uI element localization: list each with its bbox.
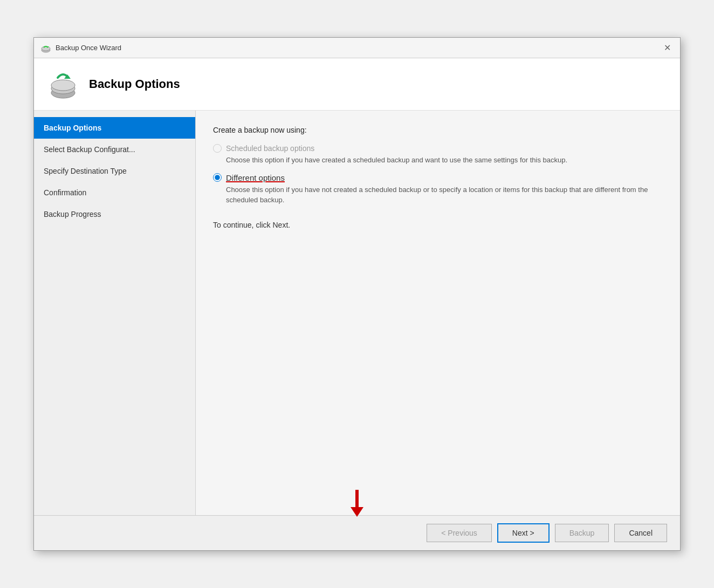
- arrow-head: [351, 507, 363, 517]
- radio-group: Scheduled backup options Choose this opt…: [213, 144, 663, 206]
- sidebar-item-confirmation[interactable]: Confirmation: [34, 182, 195, 203]
- svg-point-1: [42, 46, 50, 51]
- sidebar-item-backup-progress[interactable]: Backup Progress: [34, 203, 195, 225]
- next-button[interactable]: Next >: [497, 523, 550, 543]
- header-icon: [47, 68, 79, 100]
- header-area: Backup Options: [34, 58, 680, 111]
- sidebar-item-backup-options[interactable]: Backup Options: [34, 117, 195, 139]
- title-bar: Backup Once Wizard ✕: [34, 38, 680, 58]
- svg-point-5: [51, 80, 75, 91]
- close-button[interactable]: ✕: [661, 42, 674, 54]
- previous-button[interactable]: < Previous: [427, 524, 492, 542]
- content-area: Backup Options Select Backup Configurat.…: [34, 111, 680, 515]
- continue-text: To continue, click Next.: [213, 221, 663, 229]
- window-icon: [40, 43, 51, 53]
- main-panel: Create a backup now using: Scheduled bac…: [196, 111, 680, 515]
- sidebar: Backup Options Select Backup Configurat.…: [34, 111, 196, 515]
- arrow-shaft: [355, 490, 359, 507]
- section-label: Create a backup now using:: [213, 126, 663, 134]
- sidebar-item-select-backup[interactable]: Select Backup Configurat...: [34, 139, 195, 160]
- backup-button[interactable]: Backup: [555, 524, 609, 542]
- radio-option-different: Different options Choose this option if …: [213, 173, 663, 206]
- title-bar-left: Backup Once Wizard: [40, 43, 121, 53]
- next-arrow-indicator: [351, 490, 363, 517]
- radio-scheduled-description: Choose this option if you have created a…: [226, 155, 663, 166]
- footer-area: < Previous Next > Backup Cancel: [34, 515, 680, 550]
- sidebar-item-specify-destination[interactable]: Specify Destination Type: [34, 160, 195, 182]
- header-title: Backup Options: [89, 77, 180, 91]
- radio-option-scheduled: Scheduled backup options Choose this opt…: [213, 144, 663, 166]
- cancel-button[interactable]: Cancel: [614, 524, 667, 542]
- wizard-window: Backup Once Wizard ✕ Backup Options Back…: [33, 37, 681, 551]
- radio-different-description: Choose this option if you have not creat…: [226, 184, 663, 206]
- radio-different-label: Different options: [226, 173, 285, 182]
- radio-different[interactable]: [213, 173, 222, 182]
- window-title: Backup Once Wizard: [56, 44, 121, 52]
- radio-scheduled-label: Scheduled backup options: [226, 144, 314, 153]
- radio-scheduled[interactable]: [213, 144, 222, 153]
